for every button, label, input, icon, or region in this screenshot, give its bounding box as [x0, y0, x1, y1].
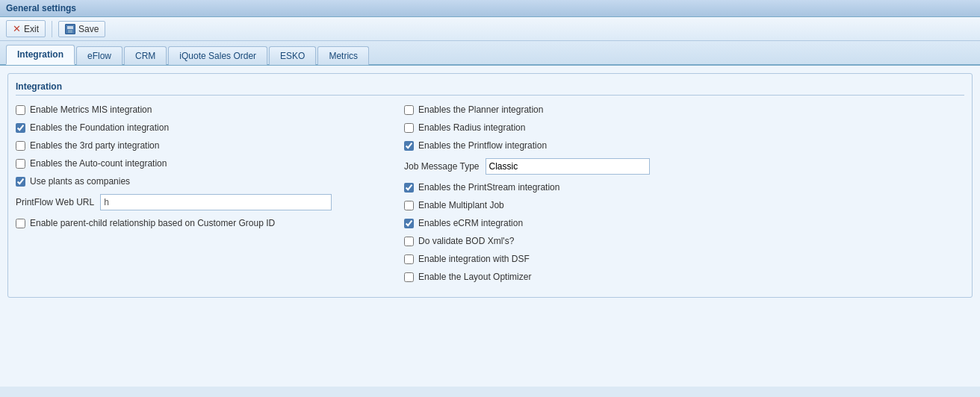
integration-section: Integration Enable Metrics MIS integrati… [7, 73, 973, 298]
cb-dsf[interactable] [404, 254, 414, 264]
exit-label: Exit [24, 24, 39, 34]
cb-radius-label[interactable]: Enables Radius integration [418, 122, 525, 133]
cb-foundation[interactable] [16, 123, 25, 133]
cb-multiplant[interactable] [404, 201, 414, 210]
title-bar: General settings [0, 0, 980, 17]
cb-printstream-label[interactable]: Enables the PrintStream integration [418, 182, 559, 193]
toolbar-separator [52, 21, 52, 37]
cb-autocount[interactable] [16, 159, 25, 169]
save-label: Save [78, 24, 99, 34]
left-column: Enable Metrics MIS integration Enables t… [16, 104, 389, 290]
checkbox-row-dsf: Enable integration with DSF [404, 254, 964, 264]
cb-metrics-mis[interactable] [16, 105, 25, 115]
cb-planner-label[interactable]: Enables the Planner integration [418, 104, 543, 115]
tab-esko[interactable]: ESKO [269, 46, 316, 65]
printflow-url-input[interactable] [100, 194, 332, 210]
checkbox-row-3rdparty: Enables the 3rd party integration [16, 140, 389, 151]
cb-radius[interactable] [404, 123, 414, 133]
cb-bod-xml-label[interactable]: Do validate BOD Xml's? [418, 236, 514, 246]
cb-printstream[interactable] [404, 183, 414, 193]
checkbox-row-plants: Use plants as companies [16, 176, 389, 187]
printflow-url-row: PrintFlow Web URL [16, 194, 389, 210]
cb-metrics-mis-label[interactable]: Enable Metrics MIS integration [30, 104, 152, 115]
checkbox-row-bod-xml: Do validate BOD Xml's? [404, 236, 964, 246]
tab-metrics[interactable]: Metrics [317, 46, 369, 65]
tab-crm[interactable]: CRM [124, 46, 167, 65]
checkbox-row-foundation: Enables the Foundation integration [16, 122, 389, 133]
cb-parent-child[interactable] [16, 219, 25, 228]
cb-printflow-label[interactable]: Enables the Printflow integration [418, 140, 547, 151]
printflow-url-label: PrintFlow Web URL [16, 197, 94, 207]
toolbar: ✕ Exit Save [0, 17, 980, 41]
cb-plants-label[interactable]: Use plants as companies [30, 176, 130, 187]
columns: Enable Metrics MIS integration Enables t… [16, 104, 964, 290]
cb-foundation-label[interactable]: Enables the Foundation integration [30, 122, 169, 133]
title-label: General settings [6, 3, 76, 13]
job-message-type-row: Job Message Type [404, 158, 964, 175]
checkbox-row-parent-child: Enable parent-child relationship based o… [16, 218, 389, 228]
exit-button[interactable]: ✕ Exit [6, 20, 46, 37]
cb-3rdparty-label[interactable]: Enables the 3rd party integration [30, 140, 159, 151]
job-message-type-input[interactable] [486, 158, 650, 175]
checkbox-row-multiplant: Enable Multiplant Job [404, 200, 964, 210]
checkbox-row-radius: Enables Radius integration [404, 122, 964, 133]
tabs-bar: Integration eFlow CRM iQuote Sales Order… [0, 41, 980, 66]
cb-ecrm-label[interactable]: Enables eCRM integration [418, 218, 523, 228]
job-message-type-label: Job Message Type [404, 161, 480, 172]
checkbox-row-printstream: Enables the PrintStream integration [404, 182, 964, 193]
checkbox-row-planner: Enables the Planner integration [404, 104, 964, 115]
cb-planner[interactable] [404, 105, 414, 115]
cb-parent-child-label[interactable]: Enable parent-child relationship based o… [30, 218, 275, 228]
cb-dsf-label[interactable]: Enable integration with DSF [418, 254, 530, 264]
main-content: Integration Enable Metrics MIS integrati… [0, 66, 980, 387]
checkbox-row-layout-optimizer: Enable the Layout Optimizer [404, 272, 964, 282]
tab-eflow[interactable]: eFlow [76, 46, 122, 65]
right-column: Enables the Planner integration Enables … [404, 104, 964, 290]
save-button[interactable]: Save [58, 21, 105, 37]
cb-bod-xml[interactable] [404, 237, 414, 246]
cb-plants[interactable] [16, 177, 25, 187]
cb-layout-optimizer-label[interactable]: Enable the Layout Optimizer [418, 272, 531, 282]
checkbox-row-metrics-mis: Enable Metrics MIS integration [16, 104, 389, 115]
save-icon [65, 24, 75, 34]
section-title: Integration [16, 81, 964, 96]
checkbox-row-ecrm: Enables eCRM integration [404, 218, 964, 228]
cb-autocount-label[interactable]: Enables the Auto-count integration [30, 158, 167, 169]
cb-ecrm[interactable] [404, 219, 414, 228]
cb-printflow[interactable] [404, 141, 414, 151]
cb-3rdparty[interactable] [16, 141, 25, 151]
checkbox-row-autocount: Enables the Auto-count integration [16, 158, 389, 169]
cb-layout-optimizer[interactable] [404, 272, 414, 282]
tab-integration[interactable]: Integration [6, 45, 75, 65]
checkbox-row-printflow: Enables the Printflow integration [404, 140, 964, 151]
exit-icon: ✕ [13, 23, 21, 34]
cb-multiplant-label[interactable]: Enable Multiplant Job [418, 200, 504, 210]
tab-iquote[interactable]: iQuote Sales Order [168, 46, 267, 65]
